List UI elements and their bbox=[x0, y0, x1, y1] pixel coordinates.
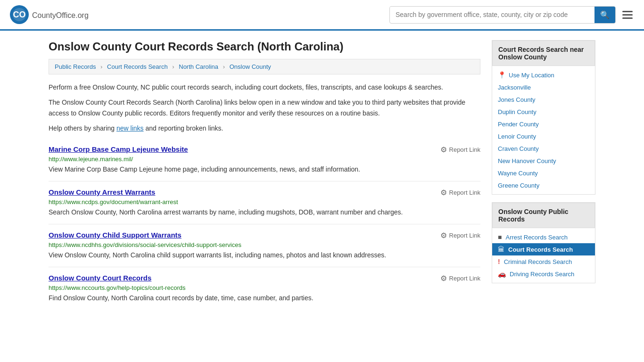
sidebar-public-records-title: Onslow County Public Records bbox=[492, 203, 595, 228]
sidebar-link-jacksonville[interactable]: Jacksonville bbox=[492, 81, 595, 93]
record-url-1[interactable]: https://www.ncdps.gov/document/warrant-a… bbox=[49, 198, 480, 206]
search-button[interactable]: 🔍 bbox=[594, 7, 615, 23]
search-input[interactable] bbox=[390, 7, 594, 22]
sidebar-public-records-section: Onslow County Public Records ■ Arrest Re… bbox=[492, 202, 595, 283]
report-icon-3: ⚙ bbox=[440, 274, 447, 283]
breadcrumb-sep-3: › bbox=[223, 63, 225, 70]
record-title-0[interactable]: Marine Corp Base Camp Lejeune Website bbox=[49, 145, 188, 153]
record-header-2: Onslow County Child Support Warrants ⚙ R… bbox=[49, 231, 480, 240]
record-item-3: Onslow County Court Records ⚙ Report Lin… bbox=[49, 267, 480, 310]
breadcrumb: Public Records › Court Records Search › … bbox=[49, 59, 480, 74]
sidebar-nearby-section: Court Records Search near Onslow County … bbox=[492, 40, 595, 195]
sidebar-link-craven-county[interactable]: Craven County bbox=[492, 142, 595, 155]
sidebar-driving-records[interactable]: 🚗 Driving Records Search bbox=[492, 268, 595, 280]
report-icon-1: ⚙ bbox=[440, 188, 447, 197]
breadcrumb-onslow-county[interactable]: Onslow County bbox=[230, 63, 271, 70]
menu-line-3 bbox=[622, 17, 633, 19]
sidebar-nearby-list: 📍 Use My Location Jacksonville Jones Cou… bbox=[492, 66, 595, 194]
logo-area: CO CountyOffice.org bbox=[9, 5, 89, 25]
header-right: 🔍 bbox=[389, 6, 635, 24]
record-desc-1: Search Onslow County, North Carolina arr… bbox=[49, 207, 480, 217]
record-desc-2: View Onslow County, North Carolina child… bbox=[49, 250, 480, 260]
sidebar-link-jones-county[interactable]: Jones County bbox=[492, 93, 595, 106]
location-pin-icon: 📍 bbox=[498, 71, 506, 79]
record-title-3[interactable]: Onslow County Court Records bbox=[49, 274, 151, 282]
sidebar-criminal-records[interactable]: ! Criminal Records Search bbox=[492, 255, 595, 268]
menu-line-1 bbox=[622, 11, 633, 12]
driving-icon: 🚗 bbox=[498, 270, 506, 278]
record-desc-0: View Marine Corp Base Camp Lejeune home … bbox=[49, 165, 480, 174]
criminal-icon: ! bbox=[498, 258, 500, 265]
record-title-2[interactable]: Onslow County Child Support Warrants bbox=[49, 231, 182, 239]
record-url-3[interactable]: https://www.nccourts.gov/help-topics/cou… bbox=[49, 284, 480, 291]
sidebar-link-duplin-county[interactable]: Duplin County bbox=[492, 106, 595, 118]
record-header-1: Onslow County Arrest Warrants ⚙ Report L… bbox=[49, 188, 480, 197]
record-url-0[interactable]: http://www.lejeune.marines.mil/ bbox=[49, 156, 480, 163]
breadcrumb-sep-1: › bbox=[100, 63, 102, 70]
breadcrumb-public-records[interactable]: Public Records bbox=[55, 63, 96, 70]
header: CO CountyOffice.org 🔍 bbox=[0, 0, 644, 31]
sidebar-link-greene-county[interactable]: Greene County bbox=[492, 179, 595, 191]
description-paragraph-3: Help others by sharing new links and rep… bbox=[49, 123, 480, 133]
records-list: Marine Corp Base Camp Lejeune Website ⚙ … bbox=[49, 139, 480, 310]
description-paragraph-1: Perform a free Onslow County, NC public … bbox=[49, 82, 480, 92]
record-item-2: Onslow County Child Support Warrants ⚙ R… bbox=[49, 224, 480, 267]
menu-line-2 bbox=[622, 14, 633, 16]
sidebar-arrest-records[interactable]: ■ Arrest Records Search bbox=[492, 231, 595, 243]
sidebar-link-wayne-county[interactable]: Wayne County bbox=[492, 167, 595, 179]
breadcrumb-court-records-search[interactable]: Court Records Search bbox=[107, 63, 168, 70]
record-item-1: Onslow County Arrest Warrants ⚙ Report L… bbox=[49, 181, 480, 224]
report-link-2[interactable]: ⚙ Report Link bbox=[440, 231, 480, 240]
report-icon-0: ⚙ bbox=[440, 145, 447, 154]
record-title-1[interactable]: Onslow County Arrest Warrants bbox=[49, 188, 155, 196]
record-item-0: Marine Corp Base Camp Lejeune Website ⚙ … bbox=[49, 139, 480, 181]
sidebar-court-records[interactable]: 🏛 Court Records Search bbox=[492, 243, 595, 255]
sidebar-use-my-location[interactable]: 📍 Use My Location bbox=[492, 69, 595, 81]
sidebar-nearby-title: Court Records Search near Onslow County bbox=[492, 41, 595, 66]
page-title: Onslow County Court Records Search (Nort… bbox=[49, 40, 480, 53]
use-my-location-link[interactable]: Use My Location bbox=[509, 72, 554, 79]
logo-icon: CO bbox=[9, 5, 29, 25]
report-link-1[interactable]: ⚙ Report Link bbox=[440, 188, 480, 197]
record-url-2[interactable]: https://www.ncdhhs.gov/divisions/social-… bbox=[49, 241, 480, 248]
svg-text:CO: CO bbox=[13, 10, 26, 19]
search-bar: 🔍 bbox=[389, 6, 616, 24]
logo-text: CountyOffice.org bbox=[32, 9, 89, 20]
report-link-3[interactable]: ⚙ Report Link bbox=[440, 274, 480, 283]
hamburger-menu-button[interactable] bbox=[620, 9, 635, 21]
breadcrumb-sep-2: › bbox=[172, 63, 174, 70]
court-icon: 🏛 bbox=[498, 246, 504, 253]
record-header-0: Marine Corp Base Camp Lejeune Website ⚙ … bbox=[49, 145, 480, 154]
main-container: Onslow County Court Records Search (Nort… bbox=[39, 31, 605, 319]
breadcrumb-north-carolina[interactable]: North Carolina bbox=[179, 63, 218, 70]
sidebar: Court Records Search near Onslow County … bbox=[492, 40, 595, 310]
new-links-link[interactable]: new links bbox=[116, 124, 144, 132]
report-link-0[interactable]: ⚙ Report Link bbox=[440, 145, 480, 154]
record-header-3: Onslow County Court Records ⚙ Report Lin… bbox=[49, 274, 480, 283]
sidebar-link-new-hanover-county[interactable]: New Hanover County bbox=[492, 155, 595, 167]
sidebar-link-pender-county[interactable]: Pender County bbox=[492, 118, 595, 130]
content-area: Onslow County Court Records Search (Nort… bbox=[49, 40, 480, 310]
arrest-icon: ■ bbox=[498, 233, 502, 241]
report-icon-2: ⚙ bbox=[440, 231, 447, 240]
record-desc-3: Find Onslow County, North Carolina court… bbox=[49, 293, 480, 303]
description-paragraph-2: The Onslow County Court Records Search (… bbox=[49, 97, 480, 118]
sidebar-public-records-list: ■ Arrest Records Search 🏛 Court Records … bbox=[492, 228, 595, 283]
sidebar-link-lenoir-county[interactable]: Lenoir County bbox=[492, 130, 595, 142]
